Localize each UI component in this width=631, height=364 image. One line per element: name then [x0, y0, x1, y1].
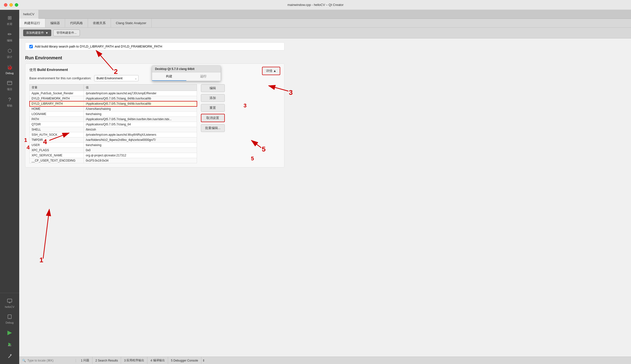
sidebar-item-edit[interactable]: ✏ 编辑 [0, 28, 19, 45]
table-row[interactable]: XPC_SERVICE_NAMEorg.qt-project.qtcreator… [30, 153, 197, 158]
sidebar-item-hellocv[interactable]: helloCV [0, 295, 19, 311]
output-expand-icon[interactable]: ⇕ [202, 359, 205, 362]
status-tab-search-results[interactable]: 2 Search Results [92, 357, 121, 364]
sidebar-run-button[interactable]: ▶ [0, 326, 19, 338]
col-header-val: 值 [84, 84, 197, 91]
sidebar-item-welcome[interactable]: ⊞ 欢迎 [0, 12, 19, 28]
maximize-button[interactable] [15, 3, 18, 7]
status-tab-app-output[interactable]: 3 应用程序输出 [121, 357, 147, 364]
env-val-cell: /private/tmp/com.apple.launchd.WuyfiAlRq… [84, 132, 197, 138]
env-val-cell: /Applications/Qt5.7.0/5.7/clang_64 [84, 122, 197, 127]
table-row[interactable]: PATH/Applications/Qt5.7.0/5.7/clang_64/b… [30, 117, 197, 122]
run-environment-section: Run Environment [25, 56, 284, 60]
window-controls[interactable] [4, 3, 18, 7]
build-icon [6, 353, 13, 360]
close-button[interactable] [4, 3, 8, 7]
project-toolbar: 添加构建套件 ▼ 管理构建套件... Desktop Qt 5.7.0 clan… [19, 28, 631, 38]
sidebar-item-design[interactable]: ⬡ 设计 [0, 45, 19, 61]
table-row[interactable]: DYLD_FRAMEWORK_PATH/Applications/Qt5.7.0… [30, 96, 197, 101]
help-icon: ? [6, 96, 13, 103]
sidebar-item-label-edit: 编辑 [7, 39, 12, 42]
env-panel-title-bold: Build Environment [37, 68, 68, 72]
env-table: 变量 值 Apple_PubSub_Socket_Render/private/… [29, 84, 197, 163]
table-row[interactable]: Apple_PubSub_Socket_Render/private/tmp/c… [30, 91, 197, 96]
window-title: mainwindow.cpp - helloCV – Qt Creator [287, 3, 344, 7]
status-tab-debugger-console[interactable]: 5 Debugger Console [168, 357, 201, 364]
sidebar-item-project[interactable]: 项目 [0, 77, 19, 94]
run-icon: ▶ [6, 329, 13, 336]
col-header-var: 变量 [30, 84, 84, 91]
env-val-cell: /var/folders/ht/z2_8qwnx2rd9xv_4qhzxrbcw… [84, 138, 197, 142]
settings-tab-bar: 构建和运行 编辑器 代码风格 依赖关系 Clang Static Analyze… [19, 19, 631, 28]
table-row[interactable]: __CF_USER_TEXT_ENCODING0x1F5:0x19:0x34 [30, 158, 197, 163]
kit-tab-run[interactable]: 运行 [186, 72, 221, 81]
sidebar-item-device-debug[interactable]: Debug [0, 311, 19, 326]
table-row[interactable]: SHELL/bin/zsh [30, 127, 197, 132]
env-side-buttons: 编辑 添加 重置 取消设置 批量 [201, 84, 225, 132]
project-icon [6, 80, 13, 86]
edit-button[interactable]: 编辑 [201, 84, 225, 92]
tab-dependencies[interactable]: 依赖关系 [88, 19, 111, 27]
table-row[interactable]: DYLD_LIBRARY_PATH/Applications/Qt5.7.0/5… [30, 101, 197, 106]
sidebar-device-label: Debug [6, 321, 14, 324]
kit-tab-build[interactable]: 构建 [152, 72, 186, 81]
sidebar: ⊞ 欢迎 ✏ 编辑 ⬡ 设计 🐞 Debug 项目 ? 帮助 [0, 10, 19, 364]
dyld-path-checkbox[interactable] [29, 45, 33, 48]
env-val-cell: org.qt-project.qtcreator.217312 [84, 153, 197, 158]
env-val-cell: /Applications/Qt5.7.0/5.7/clang_64/lib:/… [84, 101, 197, 106]
locate-input[interactable] [27, 359, 72, 362]
env-var-cell: TMPDIR [30, 138, 84, 142]
batch-edit-button[interactable]: 批量编辑... [201, 124, 225, 132]
titlebar: mainwindow.cpp - helloCV – Qt Creator [0, 0, 631, 10]
kit-popup: Desktop Qt 5.7.0 clang 64bit 构建 运行 [152, 66, 221, 81]
settings-content: Add build library search path to DYLD_LI… [19, 38, 290, 175]
project-tab[interactable]: helloCV [19, 10, 39, 19]
dyld-path-label: Add build library search path to DYLD_LI… [35, 44, 162, 48]
details-button[interactable]: 详情 ▲ [262, 67, 280, 75]
tab-code-style[interactable]: 代码风格 [65, 19, 88, 27]
env-val-cell: tianzhaixing [84, 112, 197, 117]
manage-kit-button[interactable]: 管理构建套件... [53, 30, 80, 36]
env-var-cell: DYLD_LIBRARY_PATH [30, 101, 84, 106]
env-var-cell: DYLD_FRAMEWORK_PATH [30, 96, 84, 101]
svg-point-6 [9, 318, 10, 318]
table-row[interactable]: HOME/Users/tianzhaixing [30, 106, 197, 112]
minimize-button[interactable] [9, 3, 13, 7]
env-var-cell: XPC_SERVICE_NAME [30, 153, 84, 158]
sidebar-debug-run-button[interactable] [0, 338, 19, 350]
table-row[interactable]: USERtianzhaixing [30, 142, 197, 148]
svg-rect-2 [8, 299, 12, 302]
add-kit-button[interactable]: 添加构建套件 ▼ [23, 30, 51, 36]
status-tab-issues[interactable]: 1 问题 [78, 357, 92, 364]
status-tab-compile-output[interactable]: 4 编译输出 [147, 357, 168, 364]
tab-build-run[interactable]: 构建和运行 [19, 19, 45, 27]
env-val-cell: /bin/zsh [84, 127, 197, 132]
svg-marker-7 [8, 342, 11, 346]
sidebar-item-debug[interactable]: 🐞 Debug [0, 61, 19, 77]
table-row[interactable]: SSH_AUTH_SOCK/private/tmp/com.apple.laun… [30, 132, 197, 138]
base-env-select-wrapper: Build Environment [94, 75, 139, 81]
kit-popup-tabs: 构建 运行 [152, 72, 221, 81]
reset-button[interactable]: 重置 [201, 104, 225, 112]
table-area: 变量 值 Apple_PubSub_Socket_Render/private/… [29, 84, 280, 163]
table-row[interactable]: XPC_FLAGS0x0 [30, 148, 197, 153]
design-icon: ⬡ [6, 47, 13, 54]
cancel-button[interactable]: 取消设置 [201, 114, 225, 122]
sidebar-build-button[interactable] [0, 350, 19, 362]
table-row[interactable]: LOGNAMEtianzhaixing [30, 112, 197, 117]
pencil-icon: ✏ [6, 31, 13, 38]
table-row[interactable]: TMPDIR/var/folders/ht/z2_8qwnx2rd9xv_4qh… [30, 138, 197, 142]
svg-rect-0 [8, 81, 12, 85]
add-button[interactable]: 添加 [201, 94, 225, 102]
base-env-select[interactable]: Build Environment [94, 75, 139, 81]
debug-run-icon [6, 341, 13, 348]
table-row[interactable]: QTDIR/Applications/Qt5.7.0/5.7/clang_64 [30, 122, 197, 127]
tab-editor[interactable]: 编辑器 [45, 19, 65, 27]
tab-clang[interactable]: Clang Static Analyzer [111, 19, 152, 27]
status-bar: 🔍 1 问题 2 Search Results 3 应用程序输出 4 编译输出 … [19, 356, 631, 364]
env-var-cell: QTDIR [30, 122, 84, 127]
device-icon [6, 313, 13, 320]
sidebar-project-name: helloCV [5, 306, 15, 308]
sidebar-item-help[interactable]: ? 帮助 [0, 94, 19, 110]
main-scroll-area[interactable]: Add build library search path to DYLD_LI… [19, 38, 631, 356]
